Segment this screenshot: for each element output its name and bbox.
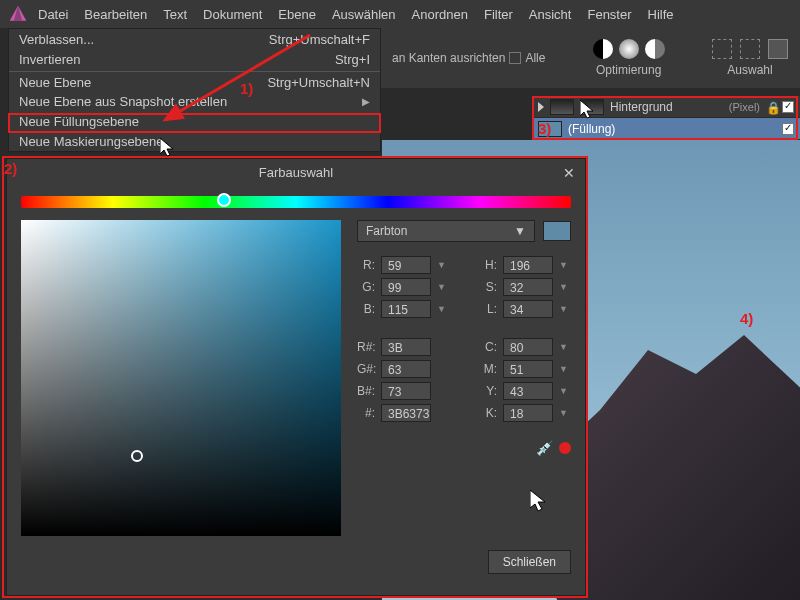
bhex-label: B#:	[357, 384, 375, 398]
optimierung-label: Optimierung	[596, 63, 661, 77]
menubar: Datei Bearbeiten Text Dokument Ebene Aus…	[0, 0, 800, 28]
menu-text[interactable]: Text	[163, 7, 187, 22]
m-label: M:	[479, 362, 497, 376]
lock-icon[interactable]: 🔒	[766, 101, 776, 113]
blend-icon-2[interactable]	[619, 39, 639, 59]
menu-item-maskierungsebene[interactable]: Neue Maskierungsebene	[9, 131, 380, 151]
layers-panel: Hintergrund (Pixel) 🔒 (Füllung)	[532, 96, 800, 140]
layer-thumb	[550, 99, 574, 115]
sv-handle[interactable]	[131, 450, 143, 462]
alle-label: Alle	[525, 51, 545, 65]
r-label: R:	[357, 258, 375, 272]
menu-item-fuellungsebene[interactable]: Neue Füllungsebene	[9, 111, 380, 131]
blend-icon-3[interactable]	[645, 39, 665, 59]
ebene-dropdown: Verblassen... Strg+Umschalt+F Invertiere…	[8, 28, 381, 152]
color-picker-dialog: Farbauswahl ✕ Farbton▼ R:59▼ H:196▼ G:99…	[6, 158, 586, 596]
align-label: an Kanten ausrichten	[392, 51, 505, 65]
ghex-label: G#:	[357, 362, 375, 376]
h-label: H:	[479, 258, 497, 272]
k-input[interactable]: 18	[503, 404, 553, 422]
selection-icon-2[interactable]	[740, 39, 760, 59]
sample-dot-icon	[559, 442, 571, 454]
menu-bearbeiten[interactable]: Bearbeiten	[84, 7, 147, 22]
accel: Strg+Umschalt+F	[269, 32, 370, 47]
c-label: C:	[479, 340, 497, 354]
visible-checkbox[interactable]	[782, 101, 794, 113]
layer-name: Hintergrund	[610, 100, 723, 114]
layer-row-fuellung[interactable]: (Füllung)	[532, 118, 800, 140]
submenu-arrow-icon: ▶	[362, 96, 370, 107]
menu-filter[interactable]: Filter	[484, 7, 513, 22]
label: Invertieren	[19, 52, 80, 67]
layer-mask-thumb	[580, 99, 604, 115]
visible-checkbox[interactable]	[782, 123, 794, 135]
menu-fenster[interactable]: Fenster	[587, 7, 631, 22]
eyedropper-icon[interactable]: 💉	[536, 440, 553, 456]
color-swatch[interactable]	[543, 221, 571, 241]
b-label: B:	[357, 302, 375, 316]
hue-slider[interactable]	[21, 196, 571, 208]
s-label: S:	[479, 280, 497, 294]
l-input[interactable]: 34	[503, 300, 553, 318]
layer-type: (Pixel)	[729, 101, 760, 113]
menu-anordnen[interactable]: Anordnen	[412, 7, 468, 22]
label: Verblassen...	[19, 32, 94, 47]
rhex-input[interactable]: 3B	[381, 338, 431, 356]
y-label: Y:	[479, 384, 497, 398]
expand-icon[interactable]	[538, 102, 544, 112]
s-input[interactable]: 32	[503, 278, 553, 296]
menu-item-verblassen[interactable]: Verblassen... Strg+Umschalt+F	[9, 29, 380, 49]
blend-icon-1[interactable]	[593, 39, 613, 59]
auswahl-label: Auswahl	[727, 63, 772, 77]
menu-auswaehlen[interactable]: Auswählen	[332, 7, 396, 22]
b-input[interactable]: 115	[381, 300, 431, 318]
menu-item-neue-ebene[interactable]: Neue Ebene Strg+Umschalt+N	[9, 71, 380, 91]
h-input[interactable]: 196	[503, 256, 553, 274]
m-input[interactable]: 51	[503, 360, 553, 378]
accel: Strg+Umschalt+N	[267, 75, 370, 90]
y-input[interactable]: 43	[503, 382, 553, 400]
hex-input[interactable]: 3B6373	[381, 404, 431, 422]
label: Neue Füllungsebene	[19, 114, 139, 129]
alle-checkbox[interactable]	[509, 52, 521, 64]
saturation-value-box[interactable]	[21, 220, 341, 536]
rhex-label: R#:	[357, 340, 375, 354]
menu-ebene[interactable]: Ebene	[278, 7, 316, 22]
k-label: K:	[479, 406, 497, 420]
layer-thumb	[538, 121, 562, 137]
close-icon[interactable]: ✕	[563, 165, 575, 181]
l-label: L:	[479, 302, 497, 316]
app-logo-icon	[8, 4, 28, 24]
layer-name: (Füllung)	[568, 122, 776, 136]
menu-item-invertieren[interactable]: Invertieren Strg+I	[9, 49, 380, 69]
hex-label: #:	[357, 406, 375, 420]
layer-row-hintergrund[interactable]: Hintergrund (Pixel) 🔒	[532, 96, 800, 118]
top-toolbar: an Kanten ausrichten Alle Optimierung Au…	[380, 28, 800, 88]
menu-hilfe[interactable]: Hilfe	[648, 7, 674, 22]
r-input[interactable]: 59	[381, 256, 431, 274]
menu-item-snapshot[interactable]: Neue Ebene aus Snapshot erstellen ▶	[9, 91, 380, 111]
bhex-input[interactable]: 73	[381, 382, 431, 400]
g-label: G:	[357, 280, 375, 294]
label: Neue Ebene aus Snapshot erstellen	[19, 94, 227, 109]
menu-dokument[interactable]: Dokument	[203, 7, 262, 22]
selection-icon-1[interactable]	[712, 39, 732, 59]
hue-handle[interactable]	[217, 193, 231, 207]
c-input[interactable]: 80	[503, 338, 553, 356]
label: Neue Maskierungsebene	[19, 134, 164, 149]
close-button[interactable]: Schließen	[488, 550, 571, 574]
label: Neue Ebene	[19, 75, 91, 90]
g-input[interactable]: 99	[381, 278, 431, 296]
accel: Strg+I	[335, 52, 370, 67]
menu-ansicht[interactable]: Ansicht	[529, 7, 572, 22]
selection-icon-3[interactable]	[768, 39, 788, 59]
color-mode-select[interactable]: Farbton▼	[357, 220, 535, 242]
menu-datei[interactable]: Datei	[38, 7, 68, 22]
dialog-title: Farbauswahl ✕	[7, 159, 585, 186]
ghex-input[interactable]: 63	[381, 360, 431, 378]
